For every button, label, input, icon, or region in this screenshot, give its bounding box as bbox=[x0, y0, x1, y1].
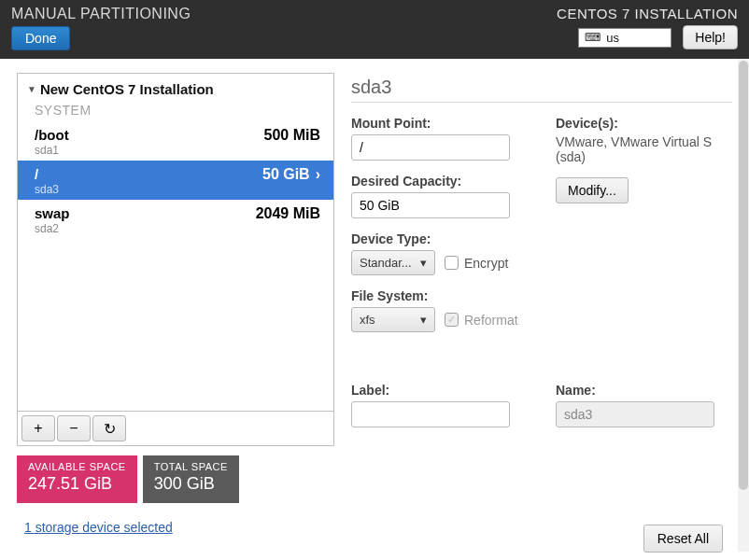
partition-size: 2049 MiB bbox=[256, 205, 320, 222]
reformat-checkbox: ✓ bbox=[445, 313, 459, 327]
file-system-label: File System: bbox=[351, 288, 528, 303]
installer-title: CENTOS 7 INSTALLATION bbox=[557, 6, 738, 21]
system-section-label: SYSTEM bbox=[18, 101, 333, 121]
detail-pane: sda3 Mount Point: Desired Capacity: Devi… bbox=[346, 73, 732, 553]
partition-list-panel: ▼ New CentOS 7 Installation SYSTEM /boot… bbox=[17, 73, 334, 446]
chevron-right-icon: › bbox=[316, 166, 320, 183]
detail-heading: sda3 bbox=[351, 77, 732, 103]
partition-device: sda3 bbox=[35, 183, 59, 196]
reformat-label-text: Reformat bbox=[464, 313, 518, 328]
reformat-checkbox-label: ✓ Reformat bbox=[445, 313, 518, 328]
file-system-select[interactable]: xfs ▾ bbox=[351, 307, 435, 332]
partition-row[interactable]: /boot sda1 500 MiB bbox=[18, 121, 333, 161]
storage-devices-link[interactable]: 1 storage device selected bbox=[24, 520, 334, 535]
encrypt-checkbox[interactable] bbox=[445, 256, 459, 270]
partition-mount: swap bbox=[35, 205, 70, 221]
total-space-badge: TOTAL SPACE 300 GiB bbox=[143, 455, 239, 503]
label-input[interactable] bbox=[351, 401, 510, 427]
help-button[interactable]: Help! bbox=[683, 25, 738, 49]
caret-down-icon: ▾ bbox=[420, 313, 427, 327]
keyboard-layout-text: us bbox=[606, 31, 619, 45]
available-space-label: AVAILABLE SPACE bbox=[28, 461, 126, 472]
devices-label: Device(s): bbox=[556, 116, 732, 131]
mount-point-input[interactable] bbox=[351, 134, 510, 161]
modify-button[interactable]: Modify... bbox=[556, 177, 629, 203]
desired-capacity-input[interactable] bbox=[351, 192, 510, 218]
name-input[interactable] bbox=[556, 401, 714, 427]
mount-point-label: Mount Point: bbox=[351, 116, 528, 131]
partition-row[interactable]: swap sda2 2049 MiB bbox=[18, 200, 333, 239]
label-label: Label: bbox=[351, 383, 528, 398]
scrollbar-thumb[interactable] bbox=[739, 61, 748, 490]
partition-toolbar: + − ↻ bbox=[18, 411, 333, 445]
file-system-value: xfs bbox=[360, 313, 375, 327]
partition-device: sda1 bbox=[35, 144, 69, 157]
available-space-value: 247.51 GiB bbox=[28, 474, 126, 494]
done-button[interactable]: Done bbox=[11, 26, 70, 50]
device-type-label: Device Type: bbox=[351, 231, 528, 246]
reset-all-button[interactable]: Reset All bbox=[643, 525, 723, 553]
add-partition-button[interactable]: + bbox=[21, 415, 55, 441]
triangle-down-icon: ▼ bbox=[27, 84, 36, 94]
space-summary: AVAILABLE SPACE 247.51 GiB TOTAL SPACE 3… bbox=[17, 455, 334, 503]
devices-value: VMware, VMware Virtual S (sda) bbox=[556, 134, 732, 164]
app-header: MANUAL PARTITIONING Done CENTOS 7 INSTAL… bbox=[0, 0, 749, 59]
partition-size: 50 GiB bbox=[262, 166, 310, 183]
partition-size: 500 MiB bbox=[264, 127, 320, 144]
total-space-label: TOTAL SPACE bbox=[154, 461, 228, 472]
partition-row[interactable]: / sda3 50 GiB › bbox=[18, 161, 333, 200]
installation-title: New CentOS 7 Installation bbox=[40, 81, 214, 97]
available-space-badge: AVAILABLE SPACE 247.51 GiB bbox=[17, 455, 137, 503]
device-type-value: Standar... bbox=[360, 256, 412, 270]
desired-capacity-label: Desired Capacity: bbox=[351, 174, 528, 189]
installation-expander[interactable]: ▼ New CentOS 7 Installation bbox=[18, 74, 333, 101]
partition-mount: / bbox=[35, 166, 59, 182]
keyboard-icon: ⌨ bbox=[585, 31, 601, 44]
device-type-select[interactable]: Standar... ▾ bbox=[351, 250, 435, 275]
page-title: MANUAL PARTITIONING bbox=[11, 6, 191, 22]
remove-partition-button[interactable]: − bbox=[57, 415, 91, 441]
caret-down-icon: ▾ bbox=[420, 256, 427, 270]
partition-mount: /boot bbox=[35, 127, 69, 143]
encrypt-checkbox-label[interactable]: Encrypt bbox=[445, 256, 508, 271]
total-space-value: 300 GiB bbox=[154, 474, 228, 494]
name-label: Name: bbox=[556, 383, 732, 398]
left-column: ▼ New CentOS 7 Installation SYSTEM /boot… bbox=[17, 73, 334, 553]
encrypt-label-text: Encrypt bbox=[464, 256, 508, 271]
partition-device: sda2 bbox=[35, 222, 70, 235]
keyboard-layout-indicator[interactable]: ⌨ us bbox=[578, 28, 671, 48]
refresh-button[interactable]: ↻ bbox=[92, 415, 126, 441]
